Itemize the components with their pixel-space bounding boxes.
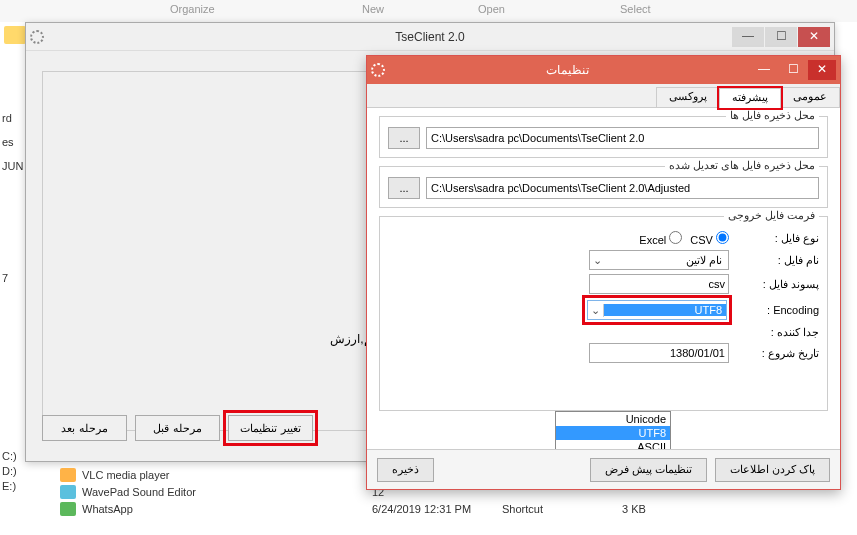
csv-radio[interactable] bbox=[716, 231, 729, 244]
settings-minimize-button[interactable]: — bbox=[750, 60, 778, 80]
save-path-group: محل ذخیره فایل ها ... bbox=[379, 116, 828, 158]
start-date-input[interactable] bbox=[589, 343, 729, 363]
tab-general[interactable]: عمومی bbox=[780, 87, 840, 107]
save-settings-button[interactable]: ذخیره bbox=[377, 458, 434, 482]
file-name-label: نام فایل : bbox=[729, 254, 819, 267]
explorer-ribbon: Organize New Open Select bbox=[0, 0, 857, 22]
encoding-highlight: ⌄ UTF8 bbox=[585, 298, 729, 322]
whatsapp-icon bbox=[60, 502, 76, 516]
excel-radio[interactable] bbox=[669, 231, 682, 244]
encoding-value: UTF8 bbox=[604, 304, 726, 316]
folder-icon bbox=[4, 26, 26, 44]
settings-tabs: پروکسی پیشرفته عمومی bbox=[367, 84, 840, 108]
change-settings-button[interactable]: تغییر تنظیمات bbox=[228, 415, 313, 441]
clear-data-button[interactable]: پاک کردن اطلاعات bbox=[715, 458, 830, 482]
excel-radio-label[interactable]: Excel bbox=[639, 231, 682, 246]
output-format-group: فرمت فایل خروجی نوع فایل : Excel CSV نام… bbox=[379, 216, 828, 411]
extension-input[interactable] bbox=[589, 274, 729, 294]
encoding-label: Encoding : bbox=[729, 304, 819, 316]
csv-radio-label[interactable]: CSV bbox=[690, 231, 729, 246]
minimize-button[interactable]: — bbox=[732, 27, 764, 47]
vlc-icon bbox=[60, 468, 76, 482]
start-date-label: تاریخ شروع : bbox=[729, 347, 819, 360]
list-item[interactable]: WhatsApp 6/24/2019 12:31 PM Shortcut 3 K… bbox=[60, 500, 847, 517]
encoding-dropdown[interactable]: Unicode UTF8 ASCII bbox=[555, 411, 671, 449]
app-icon bbox=[30, 30, 44, 44]
save-path-label: محل ذخیره فایل ها bbox=[726, 109, 819, 122]
wavepad-icon bbox=[60, 485, 76, 499]
settings-title: تنظیمات bbox=[385, 63, 749, 77]
close-button[interactable]: ✕ bbox=[798, 27, 830, 47]
ribbon-organize: Organize bbox=[170, 3, 215, 15]
settings-titlebar[interactable]: تنظیمات — ☐ ✕ bbox=[367, 56, 840, 84]
output-format-label: فرمت فایل خروجی bbox=[724, 209, 819, 222]
file-name-select[interactable]: ⌄ نام لاتین bbox=[589, 250, 729, 270]
ribbon-open: Open bbox=[478, 3, 505, 15]
settings-close-button[interactable]: ✕ bbox=[808, 60, 836, 80]
browse-save-path-button[interactable]: ... bbox=[388, 127, 420, 149]
default-settings-button[interactable]: تنظیمات پیش فرض bbox=[590, 458, 707, 482]
save-path-input[interactable] bbox=[426, 127, 819, 149]
ribbon-new: New bbox=[362, 3, 384, 15]
encoding-select[interactable]: ⌄ UTF8 bbox=[587, 300, 727, 320]
separator-label: جدا کننده : bbox=[729, 326, 819, 339]
file-type-label: نوع فایل : bbox=[729, 232, 819, 245]
tab-advanced[interactable]: پیشرفته bbox=[719, 88, 781, 108]
settings-footer: ذخیره تنظیمات پیش فرض پاک کردن اطلاعات bbox=[367, 449, 840, 489]
settings-app-icon bbox=[371, 63, 385, 77]
settings-window: تنظیمات — ☐ ✕ پروکسی پیشرفته عمومی محل ذ… bbox=[366, 55, 841, 490]
adjusted-path-input[interactable] bbox=[426, 177, 819, 199]
main-window-title: TseClient 2.0 bbox=[395, 30, 464, 44]
chevron-down-icon: ⌄ bbox=[590, 254, 604, 267]
ribbon-select: Select bbox=[620, 3, 651, 15]
encoding-option-unicode[interactable]: Unicode bbox=[556, 412, 670, 426]
prev-step-button[interactable]: مرحله قبل bbox=[135, 415, 220, 441]
next-step-button[interactable]: مرحله بعد bbox=[42, 415, 127, 441]
encoding-option-ascii[interactable]: ASCII bbox=[556, 440, 670, 449]
maximize-button[interactable]: ☐ bbox=[765, 27, 797, 47]
encoding-option-utf8[interactable]: UTF8 bbox=[556, 426, 670, 440]
adjusted-path-label: محل ذخیره فایل های تعدیل شده bbox=[665, 159, 819, 172]
side-fragment-7: 7 bbox=[0, 260, 10, 296]
browse-adjusted-path-button[interactable]: ... bbox=[388, 177, 420, 199]
extension-label: پسوند فایل : bbox=[729, 278, 819, 291]
adjusted-path-group: محل ذخیره فایل های تعدیل شده ... bbox=[379, 166, 828, 208]
side-fragments: rd es JUN bbox=[0, 100, 25, 184]
tab-proxy[interactable]: پروکسی bbox=[656, 87, 720, 107]
settings-maximize-button[interactable]: ☐ bbox=[779, 60, 807, 80]
main-titlebar[interactable]: TseClient 2.0 — ☐ ✕ bbox=[26, 23, 834, 51]
drive-labels: C:) D:) E:) bbox=[0, 447, 19, 495]
chevron-down-icon[interactable]: ⌄ bbox=[588, 304, 604, 317]
